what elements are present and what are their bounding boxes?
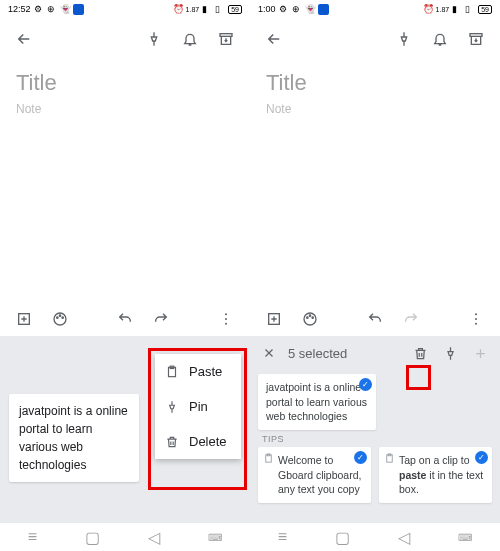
tip-item[interactable]: Tap on a clip to paste it in the text bo… <box>379 447 492 503</box>
palette-button[interactable] <box>296 305 324 333</box>
clipboard-icon <box>263 453 275 465</box>
reminder-button[interactable] <box>426 25 454 53</box>
close-selection-button[interactable] <box>260 344 278 362</box>
archive-button[interactable] <box>212 25 240 53</box>
alarm-icon: ⏰ <box>173 4 183 14</box>
undo-button[interactable] <box>361 305 389 333</box>
app-icon <box>318 4 329 15</box>
note-input[interactable]: Note <box>16 102 234 116</box>
pin-button[interactable] <box>390 25 418 53</box>
app-icon <box>73 4 84 15</box>
note-editor: Title Note <box>250 60 500 118</box>
app-bar <box>250 18 500 60</box>
undo-button[interactable] <box>111 305 139 333</box>
pin-button[interactable] <box>140 25 168 53</box>
title-input[interactable]: Title <box>16 70 234 96</box>
more-button[interactable] <box>212 305 240 333</box>
clipboard-item[interactable]: javatpoint is a online portal to learn v… <box>9 394 139 482</box>
svg-point-18 <box>475 318 477 320</box>
highlight-context-menu <box>148 348 247 490</box>
tip-text: Tap on a clip to paste it in the text bo… <box>399 454 483 495</box>
screen-left: 12:52 ⚙ ⊕ 👻 ⏰ 1.87 ▮ ▯ 59 Title No <box>0 0 250 551</box>
clip-text: javatpoint is a online portal to learn v… <box>19 404 128 472</box>
nav-recents[interactable]: ≡ <box>278 528 287 546</box>
back-button[interactable] <box>260 25 288 53</box>
svg-point-7 <box>225 318 227 320</box>
clipboard-icon <box>384 453 396 465</box>
svg-rect-0 <box>220 34 232 37</box>
highlight-trash <box>406 365 431 390</box>
svg-point-8 <box>225 323 227 325</box>
alarm-icon: ⏰ <box>423 4 433 14</box>
bottom-toolbar <box>0 302 250 336</box>
battery-icon: 59 <box>228 5 242 14</box>
nav-keyboard[interactable]: ⌨ <box>458 532 472 543</box>
svg-point-19 <box>475 323 477 325</box>
status-bar: 1:00 ⚙ ⊕ 👻 ⏰ 1.87 ▮ ▯ 59 <box>250 0 500 18</box>
net-icon: 1.87 <box>436 6 450 13</box>
archive-button[interactable] <box>462 25 490 53</box>
pin-selected-button[interactable] <box>440 343 460 363</box>
add-button[interactable] <box>260 305 288 333</box>
svg-point-17 <box>475 313 477 315</box>
selected-badge-icon <box>359 378 372 391</box>
gear-icon: ⚙ <box>279 4 289 14</box>
signal-icon: ▮ <box>452 4 462 14</box>
clipboard-panel: 5 selected javatpoint is a online portal… <box>250 336 500 523</box>
tip-item[interactable]: Welcome to Gboard clipboard, any text yo… <box>258 447 371 503</box>
nav-home[interactable]: ▢ <box>335 528 350 547</box>
status-bar: 12:52 ⚙ ⊕ 👻 ⏰ 1.87 ▮ ▯ 59 <box>0 0 250 18</box>
redo-button <box>397 305 425 333</box>
title-input[interactable]: Title <box>266 70 484 96</box>
globe-icon: ⊕ <box>292 4 302 14</box>
snap-icon: 👻 <box>305 4 315 14</box>
gear-icon: ⚙ <box>34 4 44 14</box>
signal-icon: ▮ <box>202 4 212 14</box>
selection-bar: 5 selected <box>250 336 500 370</box>
redo-button[interactable] <box>147 305 175 333</box>
signal-icon: ▯ <box>465 4 475 14</box>
app-bar <box>0 18 250 60</box>
svg-rect-11 <box>470 34 482 37</box>
back-button[interactable] <box>10 25 38 53</box>
palette-button[interactable] <box>46 305 74 333</box>
net-icon: 1.87 <box>186 6 200 13</box>
nav-back[interactable]: ◁ <box>148 528 160 547</box>
add-clip-button[interactable] <box>470 343 490 363</box>
delete-selected-button[interactable] <box>410 343 430 363</box>
selected-badge-icon <box>354 451 367 464</box>
svg-point-15 <box>309 315 310 316</box>
svg-point-4 <box>59 315 60 316</box>
clock: 1:00 <box>258 4 276 14</box>
svg-point-6 <box>225 313 227 315</box>
svg-point-16 <box>312 317 313 318</box>
tips-label: TIPS <box>262 434 492 444</box>
more-button[interactable] <box>462 305 490 333</box>
clip-text: javatpoint is a online portal to learn v… <box>266 381 367 422</box>
screen-right: 1:00 ⚙ ⊕ 👻 ⏰ 1.87 ▮ ▯ 59 Title Not <box>250 0 500 551</box>
reminder-button[interactable] <box>176 25 204 53</box>
svg-point-5 <box>62 317 63 318</box>
nav-back[interactable]: ◁ <box>398 528 410 547</box>
svg-point-3 <box>57 317 58 318</box>
svg-point-14 <box>307 317 308 318</box>
nav-bar: ≡ ▢ ◁ ⌨ <box>0 523 250 551</box>
nav-bar: ≡ ▢ ◁ ⌨ <box>250 523 500 551</box>
nav-recents[interactable]: ≡ <box>28 528 37 546</box>
signal-icon: ▯ <box>215 4 225 14</box>
clipboard-panel: javatpoint is a online portal to learn v… <box>0 336 250 523</box>
selected-badge-icon <box>475 451 488 464</box>
globe-icon: ⊕ <box>47 4 57 14</box>
note-editor: Title Note <box>0 60 250 118</box>
selection-count: 5 selected <box>288 346 347 361</box>
add-button[interactable] <box>10 305 38 333</box>
bottom-toolbar <box>250 302 500 336</box>
clipboard-item[interactable]: javatpoint is a online portal to learn v… <box>258 374 376 430</box>
battery-icon: 59 <box>478 5 492 14</box>
clock: 12:52 <box>8 4 31 14</box>
nav-home[interactable]: ▢ <box>85 528 100 547</box>
nav-keyboard[interactable]: ⌨ <box>208 532 222 543</box>
tip-text: Welcome to Gboard clipboard, any text yo… <box>278 454 361 495</box>
snap-icon: 👻 <box>60 4 70 14</box>
note-input[interactable]: Note <box>266 102 484 116</box>
